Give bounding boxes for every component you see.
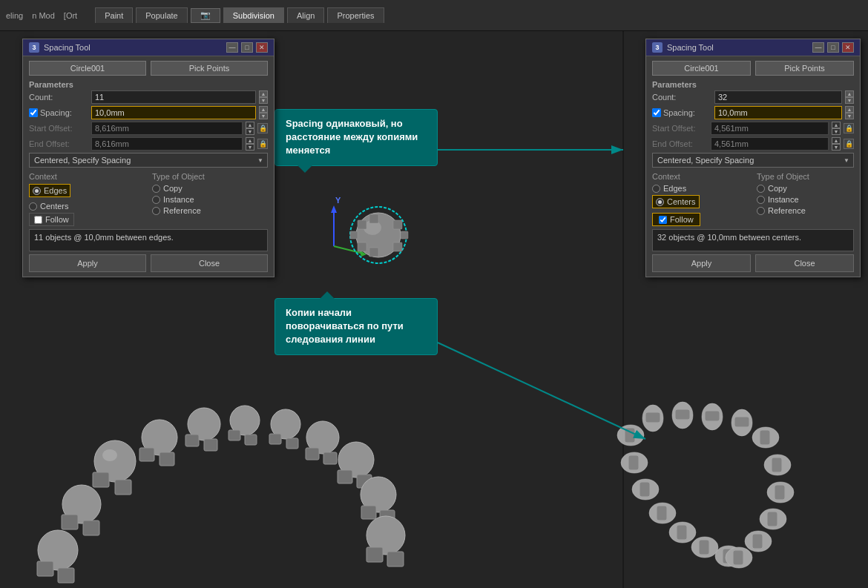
- spacing-input-left[interactable]: [91, 106, 256, 119]
- object-name-btn-right[interactable]: Circle001: [652, 61, 751, 76]
- end-spin-up-right[interactable]: ▲: [832, 137, 841, 144]
- spacing-spin-up-right[interactable]: ▲: [845, 106, 854, 113]
- params-label-left: Parameters: [29, 80, 268, 89]
- svg-rect-82: [767, 512, 777, 526]
- viewport-label: [Ort: [64, 11, 77, 20]
- start-spin-down-right[interactable]: ▼: [832, 128, 841, 135]
- tab-paint[interactable]: Paint: [95, 7, 133, 23]
- count-label-right: Count:: [652, 93, 711, 102]
- svg-rect-52: [387, 552, 404, 566]
- end-offset-input-left[interactable]: [91, 137, 243, 151]
- dialog-right-icon: 3: [652, 42, 662, 53]
- svg-rect-54: [734, 417, 749, 427]
- instance-label-left: Instance: [163, 195, 194, 204]
- context-section-left: Context Edges Centers: [29, 172, 145, 226]
- dialog-right-maximize[interactable]: □: [827, 42, 839, 53]
- svg-rect-21: [93, 472, 109, 487]
- instance-radio-left[interactable]: [152, 196, 160, 204]
- end-offset-input-right[interactable]: [711, 137, 829, 151]
- svg-rect-46: [58, 568, 74, 583]
- spacing-checkbox-right[interactable]: [652, 108, 661, 117]
- apply-btn-left[interactable]: Apply: [29, 254, 146, 272]
- dialog-left-maximize[interactable]: □: [241, 42, 253, 53]
- start-offset-input-right[interactable]: [711, 122, 829, 135]
- close-btn-left[interactable]: Close: [151, 254, 268, 272]
- centers-radio-right[interactable]: [656, 198, 664, 206]
- spacing-input-right[interactable]: [714, 106, 842, 119]
- count-spin-up-left[interactable]: ▲: [259, 90, 268, 97]
- pick-points-btn-left[interactable]: Pick Points: [151, 61, 268, 76]
- start-offset-input-left[interactable]: [91, 122, 243, 135]
- start-spin-up-right[interactable]: ▲: [832, 122, 841, 128]
- count-spin-down-left[interactable]: ▼: [259, 97, 268, 104]
- end-spin-down-left[interactable]: ▼: [246, 144, 254, 151]
- end-lock-right[interactable]: 🔒: [844, 139, 854, 149]
- dialog-left-close[interactable]: ✕: [256, 42, 268, 53]
- follow-label-right: Follow: [670, 215, 694, 224]
- object-name-btn-left[interactable]: Circle001: [29, 61, 146, 76]
- dialog-left-minimize[interactable]: —: [226, 42, 238, 53]
- end-spin-up-left[interactable]: ▲: [246, 137, 254, 144]
- spacing-mode-dropdown-right[interactable]: Centered, Specify Spacing: [652, 153, 854, 168]
- spacing-spin-down-left[interactable]: ▼: [259, 113, 268, 119]
- svg-rect-13: [393, 242, 402, 251]
- svg-rect-60: [645, 412, 660, 423]
- svg-rect-11: [393, 220, 402, 229]
- spacing-spin-up-left[interactable]: ▲: [259, 106, 268, 113]
- svg-rect-78: [772, 457, 782, 472]
- end-lock-left[interactable]: 🔒: [257, 139, 268, 149]
- dialog-left-title: Spacing Tool: [44, 43, 91, 52]
- end-offset-label-right: End Offset:: [652, 139, 708, 148]
- svg-rect-66: [640, 482, 650, 497]
- centers-radio-left[interactable]: [29, 202, 37, 211]
- start-spin-down-left[interactable]: ▼: [246, 128, 254, 135]
- close-btn-right[interactable]: Close: [755, 254, 854, 272]
- context-edges-left[interactable]: Edges: [29, 184, 70, 197]
- start-lock-right[interactable]: 🔒: [844, 123, 854, 133]
- spacing-checkbox-left[interactable]: [29, 108, 38, 117]
- icon-button[interactable]: 📷: [191, 8, 220, 23]
- spacing-mode-dropdown-left[interactable]: Centered, Specify Spacing: [29, 153, 268, 168]
- follow-checkbox-left[interactable]: [34, 216, 42, 224]
- pick-points-btn-right[interactable]: Pick Points: [755, 61, 854, 76]
- dialog-right-title: Spacing Tool: [667, 43, 714, 52]
- count-input-left[interactable]: [91, 90, 256, 104]
- context-section-right: Context Edges Centers: [652, 172, 749, 226]
- edges-radio-left[interactable]: [33, 187, 41, 195]
- viewport: Y X: [0, 31, 868, 588]
- svg-rect-27: [185, 435, 199, 446]
- dialog-left: 3 Spacing Tool — □ ✕ Circle001 Pick Poin…: [22, 39, 274, 277]
- instance-radio-right[interactable]: [757, 196, 765, 204]
- tab-subdivision[interactable]: Subdivision: [223, 7, 284, 23]
- start-spin-up-left[interactable]: ▲: [246, 122, 254, 128]
- tab-populate[interactable]: Populate: [136, 7, 187, 23]
- follow-row-left[interactable]: Follow: [29, 213, 74, 226]
- tab-align[interactable]: Align: [287, 7, 324, 23]
- dialog-left-titlebar: 3 Spacing Tool — □ ✕: [23, 39, 274, 56]
- apply-btn-right[interactable]: Apply: [652, 254, 751, 272]
- count-input-right[interactable]: [714, 90, 842, 104]
- svg-rect-36: [306, 448, 319, 460]
- edges-label-left: Edges: [44, 186, 67, 195]
- dialog-right-close[interactable]: ✕: [842, 42, 854, 53]
- copy-radio-right[interactable]: [757, 185, 765, 193]
- follow-row-right[interactable]: Follow: [652, 213, 700, 226]
- start-lock-left[interactable]: 🔒: [257, 123, 268, 133]
- count-spin-up-right[interactable]: ▲: [845, 90, 854, 97]
- svg-text:Y: Y: [335, 196, 341, 205]
- copy-radio-left[interactable]: [152, 185, 160, 193]
- follow-checkbox-right[interactable]: [659, 216, 667, 224]
- count-spin-down-right[interactable]: ▼: [845, 97, 854, 104]
- context-centers-right[interactable]: Centers: [652, 195, 700, 208]
- spacing-spin-down-right[interactable]: ▼: [845, 113, 854, 119]
- svg-rect-22: [115, 480, 131, 495]
- context-title-right: Context: [652, 172, 749, 181]
- tab-properties[interactable]: Properties: [327, 7, 384, 23]
- start-offset-label-left: Start Offset:: [29, 124, 88, 133]
- reference-radio-left[interactable]: [152, 207, 160, 215]
- end-spin-down-right[interactable]: ▼: [832, 144, 841, 151]
- svg-rect-17: [369, 214, 378, 223]
- dialog-right-minimize[interactable]: —: [812, 42, 824, 53]
- reference-radio-right[interactable]: [757, 207, 765, 215]
- edges-radio-right[interactable]: [652, 185, 660, 193]
